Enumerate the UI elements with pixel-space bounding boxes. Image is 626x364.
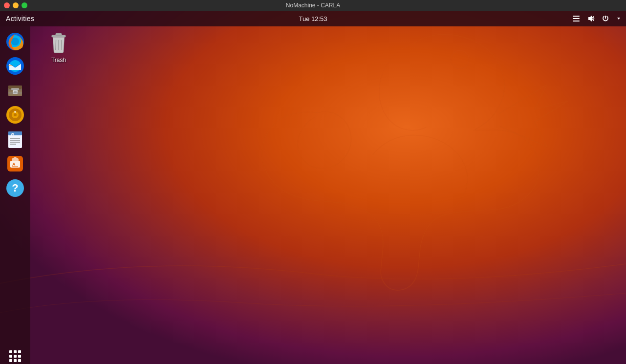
svg-line-38: [56, 40, 56, 50]
dock: W A ?: [0, 26, 30, 348]
trash-icon[interactable]: Trash: [39, 29, 78, 65]
volume-icon[interactable]: [584, 11, 598, 26]
dock-item-writer[interactable]: W: [4, 128, 26, 150]
svg-rect-0: [0, 0, 626, 364]
panel-clock[interactable]: Tue 12:53: [299, 15, 327, 22]
dock-item-rhythmbox[interactable]: [4, 104, 26, 126]
svg-rect-3: [573, 18, 580, 19]
titlebar-buttons: [4, 2, 27, 8]
svg-point-21: [14, 113, 17, 116]
power-icon[interactable]: [599, 11, 612, 26]
titlebar: NoMachine - CARLA: [0, 0, 626, 11]
background-artwork: [0, 0, 626, 364]
svg-text:W: W: [11, 132, 14, 136]
activities-button[interactable]: Activities: [0, 11, 40, 26]
system-menu-icon[interactable]: [569, 11, 583, 26]
dock-item-software[interactable]: A: [4, 152, 26, 175]
close-button[interactable]: [4, 2, 10, 8]
svg-rect-4: [573, 21, 580, 21]
panel-right-area: [569, 11, 624, 26]
dock-item-help[interactable]: ?: [4, 177, 26, 199]
trash-label: Trash: [51, 57, 66, 64]
svg-rect-11: [8, 86, 22, 89]
minimize-button[interactable]: [13, 2, 19, 8]
svg-point-22: [14, 111, 16, 113]
maximize-button[interactable]: [22, 2, 27, 8]
dock-item-firefox[interactable]: [4, 30, 26, 53]
window-title: NoMachine - CARLA: [286, 2, 340, 9]
trash-icon-image: [47, 31, 70, 55]
desktop-icons-area: Trash: [39, 29, 78, 65]
svg-text:A: A: [12, 162, 16, 167]
dock-item-archive[interactable]: [4, 79, 26, 102]
dropdown-arrow-icon[interactable]: [613, 11, 624, 26]
grid-icon: [9, 350, 21, 362]
svg-rect-2: [573, 16, 580, 17]
desktop: NoMachine - CARLA Activities Tue 12:53: [0, 0, 626, 364]
svg-line-40: [61, 40, 62, 50]
svg-rect-37: [56, 33, 62, 36]
show-apps-button[interactable]: [0, 348, 30, 364]
svg-text:?: ?: [12, 182, 18, 194]
dock-item-thunderbird[interactable]: [4, 55, 26, 77]
top-panel: Activities Tue 12:53: [0, 11, 626, 26]
